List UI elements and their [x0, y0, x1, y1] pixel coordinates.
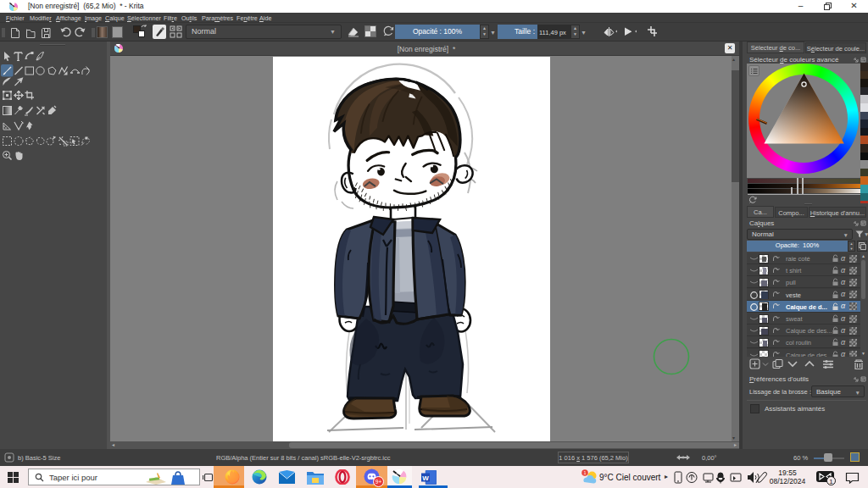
svg-text:9+: 9+: [376, 479, 382, 485]
svg-text:1: 1: [583, 470, 586, 475]
svg-text:W: W: [422, 474, 429, 482]
